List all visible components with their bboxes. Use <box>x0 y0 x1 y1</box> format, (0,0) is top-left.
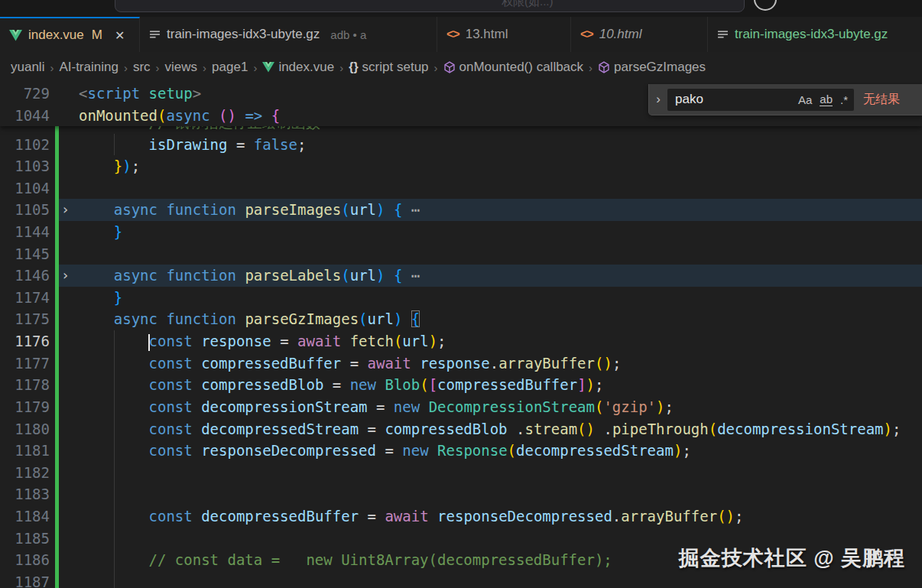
code-line[interactable]: 1181 const responseDecompressed = new Re… <box>0 440 922 462</box>
breadcrumb: yuanli › AI-training › src › views › pag… <box>0 52 922 83</box>
breadcrumb-item: onMounted() callback <box>459 60 584 75</box>
code-line[interactable]: 1102 isDrawing = false; <box>0 134 922 156</box>
code-line[interactable]: 1176 const response = await fetch(url); <box>0 330 922 352</box>
breadcrumb-item[interactable]: AI-training <box>59 60 118 75</box>
quick-input-hint: 权限(如...) <box>502 0 554 9</box>
file-lines-icon <box>717 29 729 41</box>
vscode-window: 权限(如...) index.vue M ✕ train-images-idx3… <box>0 0 922 588</box>
line-number: 1185 <box>0 528 50 550</box>
match-case-button[interactable]: Aa <box>798 93 812 106</box>
title-bar: 权限(如...) <box>0 0 922 17</box>
code-line[interactable]: 1145 <box>0 243 922 265</box>
account-icon[interactable] <box>754 0 777 11</box>
code-text: isDrawing = false; <box>79 134 306 156</box>
chevron-right-icon: › <box>589 61 592 74</box>
tab-index-vue[interactable]: index.vue M ✕ <box>0 17 140 52</box>
tab-label: 13.html <box>466 27 508 42</box>
find-widget: › pako Aa ab .* 无结果 <box>648 84 922 115</box>
line-number: 1103 <box>0 155 50 177</box>
html-icon: <> <box>446 28 459 41</box>
breadcrumb-item[interactable]: yuanli <box>11 60 44 75</box>
code-text: async function parseLabels(url) { ⋯ <box>79 265 420 287</box>
code-text: const decompressedStream = compressedBlo… <box>79 418 901 440</box>
code-line[interactable]: 1182 <box>0 462 922 484</box>
breadcrumb-item: script setup <box>362 60 429 75</box>
code-line[interactable]: 1179 const decompressionStream = new Dec… <box>0 396 922 418</box>
code-line[interactable]: 1146› async function parseLabels(url) { … <box>0 265 922 287</box>
code-area[interactable]: // 鼠标抬起停止绘制函数1102 isDrawing = false;1103… <box>0 112 922 588</box>
code-line[interactable]: 1103 }); <box>0 155 922 177</box>
git-modified-badge: M <box>92 28 102 43</box>
code-text: const decompressionStream = new Decompre… <box>79 396 674 418</box>
breadcrumb-item-callback[interactable]: onMounted() callback <box>443 60 584 75</box>
line-number: 1176 <box>0 330 50 352</box>
tab-13-html[interactable]: <> 13.html <box>437 17 571 52</box>
regex-button[interactable]: .* <box>840 93 848 106</box>
breadcrumb-item[interactable]: views <box>165 60 198 75</box>
code-line[interactable]: 1105› async function parseImages(url) { … <box>0 199 922 221</box>
whole-word-button[interactable]: ab <box>820 93 833 106</box>
line-number: 1186 <box>0 549 50 571</box>
line-number: 1177 <box>0 352 50 375</box>
code-text: const decompressedBuffer = await respons… <box>79 505 743 528</box>
tab-10-html[interactable]: <> 10.html <box>571 17 708 52</box>
code-line[interactable]: 1177 const compressedBuffer = await resp… <box>0 352 922 375</box>
line-number: 1182 <box>0 462 50 484</box>
line-number: 1184 <box>0 505 50 528</box>
chevron-right-icon: › <box>203 61 206 74</box>
find-results-label: 无结果 <box>863 92 900 108</box>
file-lines-icon <box>149 29 161 41</box>
fold-chevron-icon[interactable]: › <box>61 265 70 287</box>
indent-guide <box>114 571 115 588</box>
code-editor[interactable]: // 鼠标抬起停止绘制函数1102 isDrawing = false;1103… <box>0 83 922 588</box>
code-line[interactable]: 1144 } <box>0 221 922 243</box>
tab-train-images-2[interactable]: train-images-idx3-ubyte.gz <box>708 17 922 52</box>
tab-label: index.vue <box>28 28 84 43</box>
code-line[interactable]: 1175 async function parseGzImages(url) { <box>0 308 922 330</box>
find-expand-chevron-icon[interactable]: › <box>649 92 667 107</box>
fold-chevron-icon[interactable]: › <box>61 199 70 221</box>
line-number: 1181 <box>0 440 50 462</box>
line-number: 1180 <box>0 418 50 440</box>
breadcrumb-item[interactable]: page1 <box>212 60 248 75</box>
vue-icon <box>262 62 274 73</box>
line-number: 1174 <box>0 287 50 309</box>
code-line[interactable]: 1104 <box>0 177 922 200</box>
code-text: async function parseGzImages(url) { <box>79 308 420 330</box>
code-line[interactable]: 1178 const compressedBlob = new Blob([co… <box>0 374 922 396</box>
code-text: <script setup> <box>79 83 201 105</box>
line-number: 1187 <box>0 571 50 588</box>
html-icon: <> <box>580 28 593 41</box>
code-text: } <box>79 221 122 243</box>
breadcrumb-item[interactable]: src <box>133 60 151 75</box>
symbol-cube-icon <box>443 61 456 73</box>
find-input[interactable]: pako Aa ab .* <box>667 89 854 111</box>
line-number: 1175 <box>0 308 50 330</box>
tab-bar: index.vue M ✕ train-images-idx3-ubyte.gz… <box>0 17 922 52</box>
vue-icon <box>9 30 22 41</box>
quick-input-box[interactable]: 权限(如...) <box>115 0 745 12</box>
tab-train-images-1[interactable]: train-images-idx3-ubyte.gz adb • a <box>140 17 437 52</box>
code-line[interactable]: 1187 <box>0 571 922 588</box>
code-text: const responseDecompressed = new Respons… <box>79 440 691 462</box>
code-line[interactable]: 1184 const decompressedBuffer = await re… <box>0 505 922 528</box>
line-number: 1104 <box>0 177 50 200</box>
breadcrumb-item: index.vue <box>278 60 334 75</box>
code-text: onMounted(async () => { <box>79 105 280 127</box>
line-number: 1146 <box>0 265 50 287</box>
code-line[interactable]: 1183 <box>0 483 922 505</box>
tab-label: train-images-idx3-ubyte.gz <box>167 27 320 42</box>
line-number: 729 <box>0 83 50 105</box>
breadcrumb-item-function[interactable]: parseGzImages <box>598 60 706 75</box>
close-icon[interactable]: ✕ <box>115 28 125 43</box>
chevron-right-icon: › <box>124 61 128 74</box>
indent-guide <box>114 483 115 505</box>
code-text: async function parseImages(url) { ⋯ <box>79 199 420 221</box>
code-text: const compressedBlob = new Blob([compres… <box>79 374 604 396</box>
code-line[interactable]: 1174 } <box>0 287 922 309</box>
breadcrumb-item-script[interactable]: {} script setup <box>349 60 428 75</box>
chevron-right-icon: › <box>156 61 160 74</box>
line-number: 1105 <box>0 199 50 221</box>
code-line[interactable]: 1180 const decompressedStream = compress… <box>0 418 922 440</box>
breadcrumb-item-file[interactable]: index.vue <box>262 60 334 75</box>
